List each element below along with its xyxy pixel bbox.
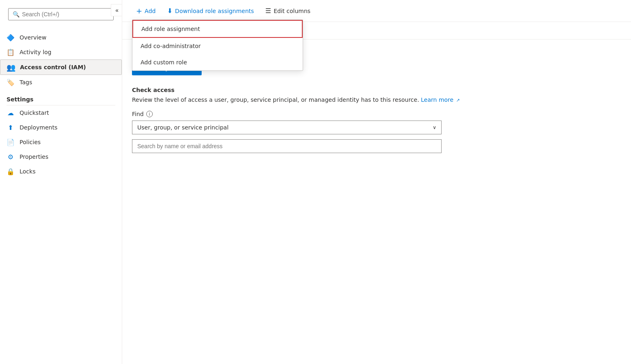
properties-icon: ⚙️ [7,153,15,161]
external-link-icon: ↗ [456,98,460,103]
access-control-icon: 👥 [7,63,15,71]
sidebar-item-label: Activity log [20,49,51,55]
policies-icon: 📄 [7,138,15,146]
sidebar-item-locks[interactable]: 🔒 Locks [0,164,122,179]
sidebar-item-tags[interactable]: 🏷️ Tags [0,75,122,90]
sidebar-item-label: Tags [20,79,32,86]
chevron-down-icon: ∨ [433,125,436,130]
add-dropdown-menu: Add role assignment Add co-administrator… [132,20,303,71]
edit-columns-label: Edit columns [274,8,310,14]
settings-section-label: Settings [0,90,122,105]
quickstart-icon: ☁️ [7,109,15,117]
sidebar-item-label: Deployments [20,124,57,131]
main-content: + Add ⬇ Download role assignments ☰ Edit… [122,0,631,364]
edit-columns-icon: ☰ [265,7,271,15]
add-co-administrator-label: Add co-administrator [141,43,201,49]
search-bar[interactable]: 🔍 [8,8,114,20]
sidebar-item-access-control[interactable]: 👥 Access control (IAM) [0,59,122,75]
sidebar-item-label: Access control (IAM) [20,64,86,70]
sidebar-item-quickstart[interactable]: ☁️ Quickstart [0,105,122,120]
learn-more-link[interactable]: Learn more ↗ [421,96,460,103]
find-search-input[interactable] [132,139,442,153]
tags-icon: 🏷️ [7,78,15,86]
sidebar-item-overview[interactable]: 🔷 Overview [0,30,122,45]
find-info-icon[interactable]: i [146,111,153,117]
find-type-dropdown[interactable]: User, group, or service principal ∨ [132,121,442,134]
find-label-container: Find i [132,111,621,117]
collapse-icon: « [115,7,118,13]
download-icon: ⬇ [167,7,172,15]
sidebar: 🔍 « 🔷 Overview 📋 Activity log 👥 Access c… [0,0,122,364]
dropdown-item-add-role-assignment[interactable]: Add role assignment [132,20,303,38]
dropdown-item-add-co-administrator[interactable]: Add co-administrator [132,38,303,54]
collapse-sidebar-button[interactable]: « [111,4,122,16]
add-icon: + [136,7,142,15]
check-access-title: Check access [132,87,621,93]
overview-icon: 🔷 [7,33,15,42]
sidebar-item-label: Policies [20,139,41,145]
sidebar-item-label: Quickstart [20,110,49,116]
sidebar-navigation: 🔷 Overview 📋 Activity log 👥 Access contr… [0,29,122,180]
check-access-desc-text: Review the level of access a user, group… [132,96,419,103]
toolbar: + Add ⬇ Download role assignments ☰ Edit… [122,0,631,22]
sidebar-item-label: Overview [20,34,46,41]
search-icon: 🔍 [13,11,20,18]
add-button[interactable]: + Add [132,4,160,18]
locks-icon: 🔒 [7,167,15,175]
edit-columns-button[interactable]: ☰ Edit columns [261,4,314,17]
check-access-section: Check access Review the level of access … [132,87,621,153]
find-type-value: User, group, or service principal [137,124,229,131]
learn-more-label: Learn more [421,96,453,103]
activity-log-icon: 📋 [7,48,15,56]
download-button[interactable]: ⬇ Download role assignments [163,4,258,17]
download-label: Download role assignments [175,8,254,14]
sidebar-item-label: Locks [20,168,35,175]
find-label-text: Find [132,111,144,117]
add-role-assignment-label: Add role assignment [141,26,200,32]
content-area: View my level of access to this resource… [122,39,631,364]
sidebar-item-policies[interactable]: 📄 Policies [0,135,122,149]
sidebar-item-properties[interactable]: ⚙️ Properties [0,149,122,164]
sidebar-item-activity-log[interactable]: 📋 Activity log [0,45,122,59]
add-custom-role-label: Add custom role [141,59,187,66]
info-icon-text: i [149,112,150,117]
dropdown-item-add-custom-role[interactable]: Add custom role [132,54,303,70]
check-access-description: Review the level of access a user, group… [132,96,621,104]
search-input[interactable] [22,11,109,18]
sidebar-item-label: Properties [20,153,48,160]
dropdown-menu-container: Add role assignment Add co-administrator… [132,20,303,71]
add-label: Add [145,8,156,14]
sidebar-item-deployments[interactable]: ⬆ Deployments [0,120,122,135]
deployments-icon: ⬆ [7,123,15,132]
